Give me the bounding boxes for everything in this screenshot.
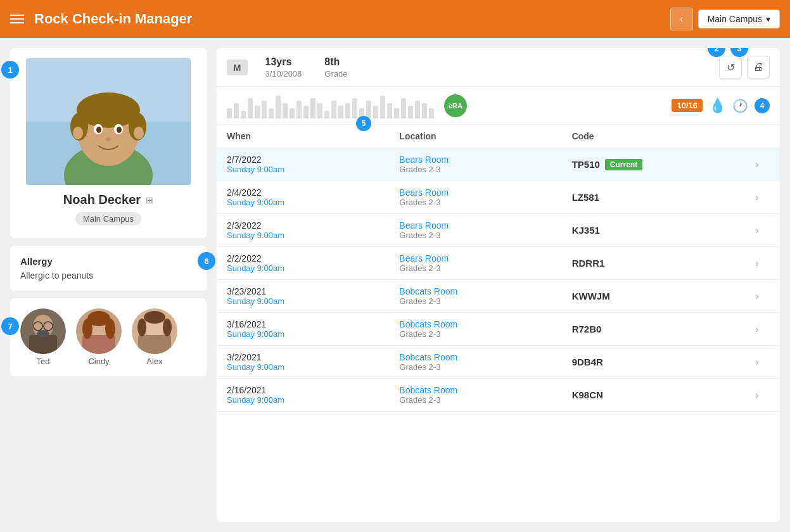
table-row[interactable]: 2/16/2021 Sunday 9:00am Bobcats Room Gra… (217, 379, 780, 412)
row-location-cell: Bears Room Grades 2-3 (399, 220, 571, 240)
chart-bar (283, 103, 288, 118)
svg-point-32 (137, 319, 146, 336)
row-location[interactable]: Bobcats Room (399, 319, 571, 329)
row-location[interactable]: Bears Room (399, 155, 571, 165)
svg-rect-17 (29, 335, 57, 354)
row-room: Grades 2-3 (399, 231, 571, 240)
allergy-card: 6 Allergy Allergic to peanuts (10, 246, 207, 291)
chart-bar (310, 98, 315, 118)
family-name-ted: Ted (37, 357, 50, 366)
chart-bar (241, 111, 246, 118)
hamburger-menu[interactable] (10, 15, 24, 23)
person-grade: 8th (324, 56, 347, 68)
chart-bar (373, 106, 378, 118)
family-members: Ted Cindy (20, 308, 196, 366)
chart-bar (324, 111, 329, 118)
row-location-cell: Bobcats Room Grades 2-3 (399, 319, 571, 339)
row-when: 3/23/2021 Sunday 9:00am (227, 286, 399, 306)
row-location[interactable]: Bobcats Room (399, 385, 571, 395)
chart-bar (269, 108, 274, 118)
profile-name-row: Noah Decker ⊞ (63, 193, 153, 207)
family-member-alex[interactable]: Alex (132, 308, 177, 366)
row-location[interactable]: Bobcats Room (399, 286, 571, 296)
chart-bar (290, 108, 295, 118)
chart-bar (380, 96, 385, 118)
print-button[interactable]: 🖨 (747, 56, 770, 79)
app-title: Rock Check-in Manager (34, 11, 192, 27)
row-chevron[interactable]: › (744, 159, 770, 170)
row-when: 3/2/2021 Sunday 9:00am (227, 352, 399, 372)
chart-bar (429, 108, 434, 118)
svg-point-11 (117, 127, 122, 133)
row-location[interactable]: Bears Room (399, 253, 571, 263)
header-right: ‹ Main Campus ▾ (670, 8, 780, 30)
era-badge[interactable]: eRA (444, 94, 467, 117)
row-location[interactable]: Bears Room (399, 220, 571, 231)
row-when: 2/16/2021 Sunday 9:00am (227, 385, 399, 405)
campus-selector[interactable]: Main Campus ▾ (698, 10, 780, 28)
row-chevron[interactable]: › (744, 324, 770, 335)
clock-icon: 🕐 (732, 98, 748, 113)
row-location[interactable]: Bears Room (399, 187, 571, 198)
row-chevron[interactable]: › (744, 291, 770, 302)
chart-bar (331, 101, 336, 118)
row-chevron[interactable]: › (744, 192, 770, 203)
row-when: 3/16/2021 Sunday 9:00am (227, 319, 399, 339)
row-date: 2/2/2022 (227, 253, 399, 263)
row-code: K98CN (572, 390, 744, 400)
row-date: 3/16/2021 (227, 319, 399, 329)
row-date: 2/4/2022 (227, 187, 399, 198)
table-row[interactable]: 2/3/2022 Sunday 9:00am Bears Room Grades… (217, 214, 780, 247)
badge-4: 4 (755, 98, 770, 113)
checkin-chart (227, 93, 434, 118)
family-member-cindy[interactable]: Cindy (76, 308, 122, 366)
back-button[interactable]: ‹ (670, 8, 693, 30)
row-time: Sunday 9:00am (227, 362, 399, 372)
row-chevron[interactable]: › (744, 390, 770, 401)
chart-bar (248, 98, 253, 118)
row-location-cell: Bobcats Room Grades 2-3 (399, 385, 571, 405)
table-row[interactable]: 3/16/2021 Sunday 9:00am Bobcats Room Gra… (217, 313, 780, 346)
row-room: Grades 2-3 (399, 329, 571, 339)
row-location[interactable]: Bobcats Room (399, 352, 571, 362)
row-code: 9DB4R (572, 357, 744, 367)
table-row[interactable]: 3/23/2021 Sunday 9:00am Bobcats Room Gra… (217, 280, 780, 313)
row-chevron[interactable]: › (744, 357, 770, 368)
share-icon[interactable]: ⊞ (146, 195, 153, 205)
chart-bar (338, 106, 343, 118)
allergy-title: Allergy (20, 256, 196, 267)
chart-bar (227, 108, 232, 118)
row-location-cell: Bears Room Grades 2-3 (399, 155, 571, 174)
family-member-ted[interactable]: Ted (20, 308, 66, 366)
row-date: 2/7/2022 (227, 155, 399, 165)
row-when: 2/4/2022 Sunday 9:00am (227, 187, 399, 207)
history-button[interactable]: ↺ (719, 56, 742, 79)
right-panel: 2 3 M 13yrs 3/10/2008 8th Grade ↺ 🖨 eRA … (217, 48, 780, 522)
badge-7: 7 (1, 317, 19, 335)
avatar-ted (20, 308, 66, 354)
stats-right: 10/16 💧 🕐 4 (672, 98, 770, 114)
chart-bar (296, 101, 302, 118)
row-chevron[interactable]: › (744, 258, 770, 269)
badge-2: 2 (708, 48, 725, 57)
table-row[interactable]: 2/7/2022 Sunday 9:00am Bears Room Grades… (217, 148, 780, 181)
chart-bar (352, 98, 357, 118)
chart-bar (317, 103, 322, 118)
row-location-cell: Bobcats Room Grades 2-3 (399, 286, 571, 306)
chart-bar (401, 98, 406, 118)
col-location: Location (399, 131, 571, 141)
table-row[interactable]: 2/4/2022 Sunday 9:00am Bears Room Grades… (217, 181, 780, 214)
gender-badge: M (227, 60, 248, 75)
row-chevron[interactable]: › (744, 225, 770, 236)
checkin-table-body: 2/7/2022 Sunday 9:00am Bears Room Grades… (217, 148, 780, 522)
chart-bar (387, 103, 392, 118)
row-room: Grades 2-3 (399, 395, 571, 405)
svg-point-10 (96, 127, 101, 133)
stats-bar: eRA 10/16 💧 🕐 4 (217, 87, 780, 125)
water-icon: 💧 (709, 98, 726, 114)
table-row[interactable]: 2/2/2022 Sunday 9:00am Bears Room Grades… (217, 247, 780, 280)
family-card: 7 (10, 298, 207, 376)
row-room: Grades 2-3 (399, 165, 571, 174)
table-row[interactable]: 3/2/2021 Sunday 9:00am Bobcats Room Grad… (217, 346, 780, 379)
row-when: 2/2/2022 Sunday 9:00am (227, 253, 399, 273)
